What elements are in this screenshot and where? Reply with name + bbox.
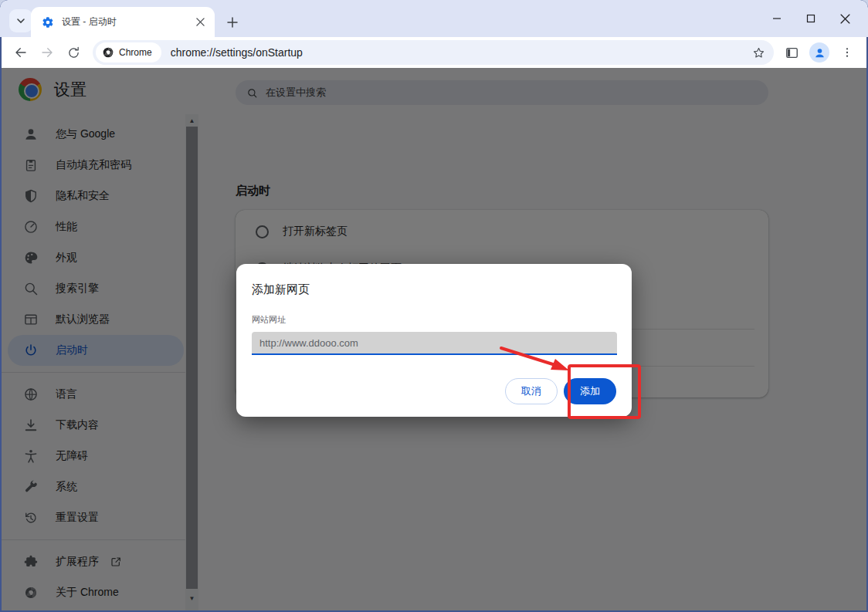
forward-button[interactable] (35, 40, 59, 65)
browser-menu-button[interactable] (835, 40, 860, 65)
forward-arrow-icon (40, 46, 54, 59)
minimize-button[interactable] (760, 3, 794, 34)
close-icon (196, 18, 205, 26)
dialog-title: 添加新网页 (252, 282, 616, 297)
cancel-button[interactable]: 取消 (505, 378, 558, 404)
tab-title: 设置 - 启动时 (62, 15, 193, 29)
reload-button[interactable] (61, 40, 86, 65)
back-arrow-icon (14, 46, 28, 59)
close-window-button[interactable] (828, 3, 862, 34)
active-tab[interactable]: 设置 - 启动时 (31, 7, 215, 37)
minimize-icon (772, 14, 782, 23)
maximize-icon (806, 14, 815, 23)
back-button[interactable] (8, 40, 33, 65)
website-url-input[interactable] (252, 332, 617, 355)
tab-strip: 设置 - 启动时 (0, 0, 868, 37)
new-tab-button[interactable] (222, 12, 242, 32)
site-chip-label: Chrome (119, 47, 152, 58)
reload-icon (67, 46, 80, 59)
side-panel-icon (785, 46, 799, 60)
person-icon (813, 46, 826, 59)
add-button[interactable]: 添加 (564, 378, 616, 404)
chrome-mono-icon (102, 46, 114, 59)
settings-gear-icon (42, 16, 54, 29)
tab-close-button[interactable] (193, 15, 207, 29)
url-field-label: 网站网址 (252, 314, 616, 326)
star-icon (752, 46, 765, 59)
site-chip[interactable]: Chrome (96, 42, 161, 63)
tab-search-button[interactable] (9, 9, 32, 32)
window-controls (760, 0, 862, 37)
side-panel-button[interactable] (779, 40, 804, 65)
browser-window: 设置 - 启动时 (0, 0, 868, 612)
profile-avatar[interactable] (809, 42, 829, 63)
add-page-dialog: 添加新网页 网站网址 取消 添加 (236, 264, 632, 417)
kebab-menu-icon (841, 46, 853, 59)
chevron-down-icon (16, 16, 25, 25)
address-bar[interactable]: Chrome chrome://settings/onStartup (93, 40, 774, 65)
maximize-button[interactable] (794, 3, 828, 34)
close-icon (840, 14, 850, 24)
url-text: chrome://settings/onStartup (171, 46, 748, 59)
browser-toolbar: Chrome chrome://settings/onStartup (2, 37, 866, 68)
plus-icon (227, 17, 238, 28)
bookmark-star-button[interactable] (748, 42, 769, 63)
dialog-buttons: 取消 添加 (505, 378, 616, 404)
